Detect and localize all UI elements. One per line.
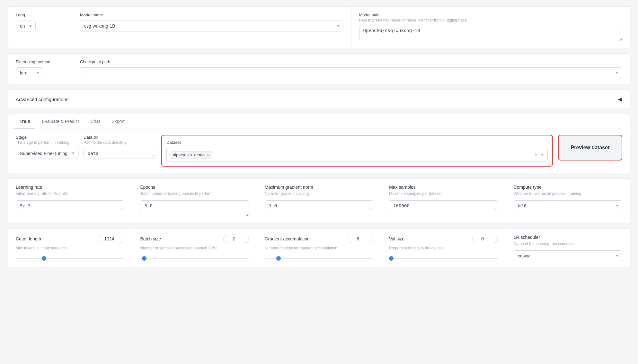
compute-type-label: Compute type xyxy=(514,185,622,190)
tab-export[interactable]: Export xyxy=(106,114,129,128)
tabs-bar: Train Evaluate & Predict Chat Export xyxy=(8,114,630,128)
max-gradient-description: Norm for gradient clipping. xyxy=(265,191,373,196)
dataset-tag-alpaca: alpaca_zh_demo × xyxy=(170,151,212,159)
max-gradient-input[interactable]: 1.0 xyxy=(265,200,373,211)
model-name-label: Model name xyxy=(80,13,343,17)
dataset-tags-row: alpaca_zh_demo × × ▼ xyxy=(166,148,548,161)
batch-size-description: Number of samples processed on each GPU. xyxy=(140,246,249,251)
lang-label: Lang xyxy=(16,13,64,17)
preview-dataset-button[interactable]: Preview dataset xyxy=(558,135,622,160)
max-samples-input[interactable]: 100000 xyxy=(389,200,498,211)
tab-train[interactable]: Train xyxy=(14,114,35,128)
lr-scheduler-select[interactable]: cosine linear constant constant_with_war… xyxy=(514,250,622,261)
stage-description: The stage to perform in training. xyxy=(16,140,78,145)
gradient-accum-input[interactable] xyxy=(348,235,373,243)
val-size-label: Val size xyxy=(389,236,469,241)
batch-size-label: Batch size xyxy=(140,236,220,241)
stage-select[interactable]: Supervised Fine-Tuning Reward Modeling P… xyxy=(16,148,78,159)
datadir-label: Data dir xyxy=(84,135,156,140)
epochs-input[interactable]: 3.0 xyxy=(140,200,249,216)
batch-size-input[interactable] xyxy=(223,235,249,243)
advanced-config-label: Advanced configurations xyxy=(16,97,68,102)
lr-scheduler-description: Name of the learning rate scheduler. xyxy=(514,241,622,247)
cutoff-length-cell: Cutoff length Max tokens in input sequen… xyxy=(8,229,132,267)
dataset-tag-label: alpaca_zh_demo xyxy=(173,152,205,157)
checkpoint-path-label: Checkpoint path xyxy=(80,59,622,64)
dataset-cell: Dataset alpaca_zh_demo × × ▼ xyxy=(161,135,553,167)
dataset-tag-remove[interactable]: × xyxy=(207,152,209,157)
val-size-slider[interactable] xyxy=(389,258,498,259)
tab-evaluate[interactable]: Evaluate & Predict xyxy=(37,114,84,128)
advanced-config-arrow: ◀ xyxy=(618,96,622,103)
model-path-description: Path to pretrained model or model identi… xyxy=(359,18,623,22)
learning-rate-cell: Learning rate Initial learning rate for … xyxy=(8,179,132,223)
lang-select[interactable]: en zh xyxy=(16,21,36,31)
batch-size-cell: Batch size Number of samples processed o… xyxy=(132,229,257,267)
cutoff-length-label: Cutoff length xyxy=(16,236,96,241)
learning-rate-label: Learning rate xyxy=(16,185,124,190)
gradient-accum-label: Gradient accumulation xyxy=(265,236,345,241)
compute-type-select[interactable]: bf16 fp16 fp32 xyxy=(514,200,622,211)
checkpoint-path-select[interactable] xyxy=(80,67,622,78)
gradient-accum-cell: Gradient accumulation Number of steps fo… xyxy=(257,229,381,267)
max-samples-description: Maximum samples per dataset. xyxy=(389,191,498,196)
compute-type-description: Whether to use mixed precision training. xyxy=(514,191,622,196)
max-samples-cell: Max samples Maximum samples per dataset.… xyxy=(381,179,506,223)
cutoff-length-description: Max tokens in input sequence. xyxy=(16,246,124,251)
gradient-accum-description: Number of steps for gradient accumulatio… xyxy=(265,246,373,251)
model-path-input[interactable]: OpenCSG/csg-wukong-1B xyxy=(359,25,623,41)
datadir-cell: Data dir Path to the data directory. dat… xyxy=(84,135,156,160)
lr-scheduler-label: LR scheduler xyxy=(514,235,622,240)
finetuning-method-label: Finetuning method xyxy=(16,59,64,64)
epochs-label: Epochs xyxy=(140,185,249,190)
max-samples-label: Max samples xyxy=(389,185,498,190)
max-gradient-label: Maximum gradient norm xyxy=(265,185,373,190)
tab-chat[interactable]: Chat xyxy=(85,114,105,128)
val-size-description: Proportion of data in the dev set. xyxy=(389,246,498,251)
datadir-description: Path to the data directory. xyxy=(84,140,156,145)
val-size-cell: Val size Proportion of data in the dev s… xyxy=(381,229,506,267)
finetuning-method-select[interactable]: lora full freeze xyxy=(16,67,43,78)
max-gradient-cell: Maximum gradient norm Norm for gradient … xyxy=(257,179,381,223)
dataset-clear-icon[interactable]: × xyxy=(535,152,538,158)
cutoff-length-slider[interactable] xyxy=(16,258,124,259)
model-name-select[interactable]: csg-wukong-1B xyxy=(80,21,343,31)
cutoff-length-input[interactable] xyxy=(99,235,124,243)
gradient-accum-slider[interactable] xyxy=(265,258,373,259)
advanced-config-section[interactable]: Advanced configurations ◀ xyxy=(8,90,630,109)
learning-rate-input[interactable]: 5e-5 xyxy=(16,200,124,211)
dataset-dropdown-icon[interactable]: ▼ xyxy=(540,152,544,157)
compute-type-cell: Compute type Whether to use mixed precis… xyxy=(506,179,630,223)
stage-label: Stage xyxy=(16,135,78,140)
datadir-input[interactable]: data xyxy=(84,148,156,159)
val-size-input[interactable] xyxy=(472,235,498,243)
batch-size-slider[interactable] xyxy=(140,258,249,259)
dataset-label: Dataset xyxy=(166,140,548,145)
learning-rate-description: Initial learning rate for AdamW. xyxy=(16,191,124,196)
stage-cell: Stage The stage to perform in training. … xyxy=(16,135,78,159)
epochs-description: Total number of training epochs to perfo… xyxy=(140,191,249,196)
model-path-label: Model path xyxy=(359,13,623,17)
epochs-cell: Epochs Total number of training epochs t… xyxy=(132,179,257,223)
lr-scheduler-cell: LR scheduler Name of the learning rate s… xyxy=(506,229,630,267)
